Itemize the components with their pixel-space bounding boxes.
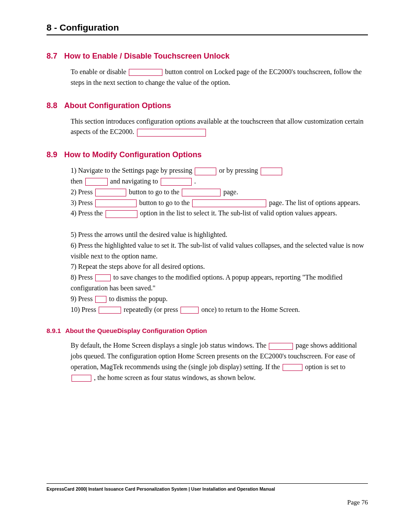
section-body: 1) Navigate to the Settings page by pres…	[71, 165, 368, 315]
section-title: About Configuration Options	[64, 101, 171, 110]
chapter-title: 8 - Configuration	[47, 22, 368, 35]
section-8-9: 8.9 How to Modify Configuration Options …	[47, 150, 368, 383]
document-page: 8 - Configuration 8.7 How to Enable / Di…	[0, 0, 411, 532]
section-heading: 8.8 About Configuration Options	[47, 101, 368, 110]
section-body: To enable or disable button control on L…	[71, 67, 368, 88]
section-8-8: 8.8 About Configuration Options This sec…	[47, 101, 368, 138]
section-heading: 8.7 How to Enable / Disable Touchscreen …	[47, 52, 368, 61]
section-heading: 8.9 How to Modify Configuration Options	[47, 150, 368, 159]
page-number: Page 76	[347, 499, 368, 506]
section-body: This section introduces configuration op…	[71, 116, 368, 138]
section-title: How to Modify Configuration Options	[64, 150, 202, 159]
footer-rule	[47, 483, 368, 484]
subsection-number: 8.9.1	[47, 327, 61, 334]
subsection-body: By default, the Home Screen displays a s…	[71, 340, 368, 383]
section-number: 8.7	[47, 52, 57, 61]
footer-text: ExpressCard 2000| Instant Issuance Card …	[47, 486, 368, 492]
section-number: 8.9	[47, 150, 57, 159]
section-title: How to Enable / Disable Touchscreen Unlo…	[64, 52, 230, 61]
section-8-7: 8.7 How to Enable / Disable Touchscreen …	[47, 52, 368, 88]
subsection-heading: 8.9.1 About the QueueDisplay Configurati…	[47, 327, 368, 334]
subsection-title: About the QueueDisplay Configuration Opt…	[65, 327, 207, 334]
page-footer: ExpressCard 2000| Instant Issuance Card …	[47, 483, 368, 492]
section-number: 8.8	[47, 101, 57, 110]
